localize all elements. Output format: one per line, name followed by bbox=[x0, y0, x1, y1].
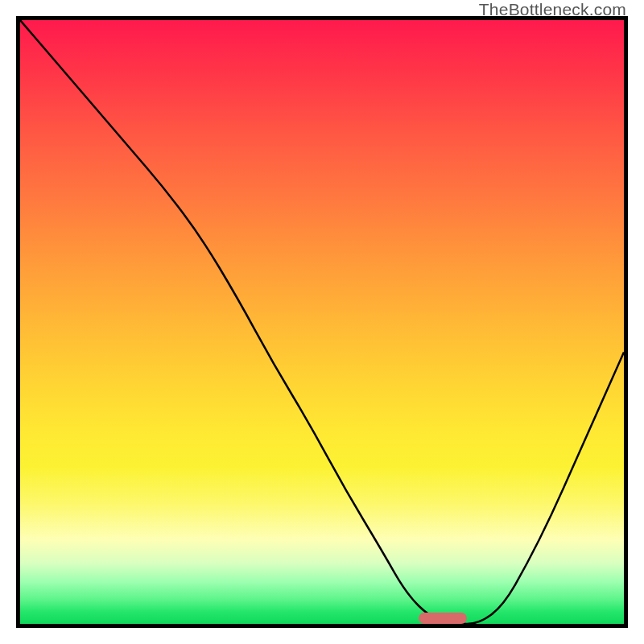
bottleneck-curve bbox=[20, 20, 624, 624]
curve-path bbox=[20, 20, 624, 624]
chart-frame bbox=[16, 16, 628, 628]
optimum-marker bbox=[419, 613, 467, 624]
